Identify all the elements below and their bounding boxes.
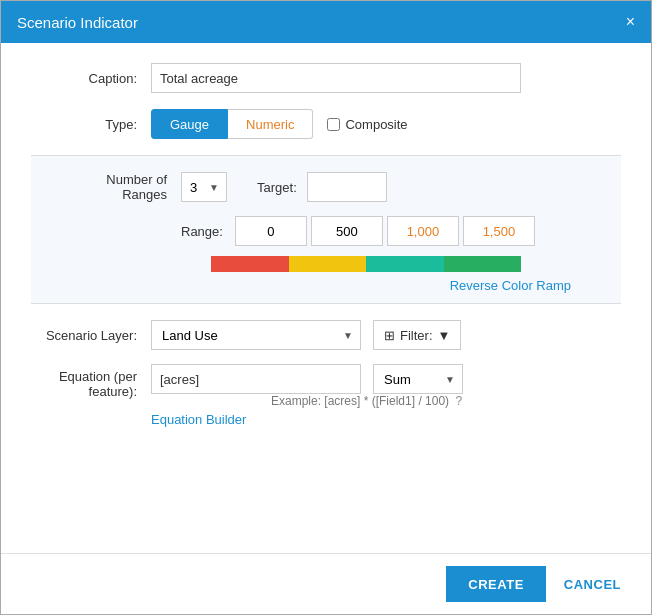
range-inputs-row: Range: (61, 216, 591, 246)
equation-hint-row: Example: [acres] * ([Field1] / 100) ? (271, 394, 463, 408)
color-segment-red (211, 256, 289, 272)
target-input[interactable] (307, 172, 387, 202)
ranges-section: Number of Ranges 3 2 4 5 ▼ Target: (31, 155, 621, 304)
color-segment-yellow (289, 256, 367, 272)
number-of-ranges-select-wrapper: 3 2 4 5 ▼ (181, 172, 227, 202)
help-icon[interactable]: ? (455, 394, 462, 408)
dialog-title: Scenario Indicator (17, 14, 138, 31)
cancel-button[interactable]: CANCEL (554, 566, 631, 602)
number-of-ranges-select[interactable]: 3 2 4 5 (181, 172, 227, 202)
sum-select[interactable]: Sum Average Count (373, 364, 463, 394)
equation-controls: Sum Average Count ▼ Example: [acres] * (… (151, 364, 463, 427)
range-label: Range: (181, 224, 223, 239)
scenario-layer-label: Scenario Layer: (31, 328, 151, 343)
range-section-inner: Number of Ranges 3 2 4 5 ▼ Target: (31, 172, 621, 293)
filter-layers-icon: ⊞ (384, 328, 395, 343)
type-group: Gauge Numeric (151, 109, 313, 139)
reverse-color-ramp-row: Reverse Color Ramp (91, 278, 591, 293)
dialog-header: Scenario Indicator × (1, 1, 651, 43)
scenario-indicator-dialog: Scenario Indicator × Caption: Type: Gaug… (0, 0, 652, 615)
type-label: Type: (31, 117, 151, 132)
filter-dropdown-arrow-icon: ▼ (438, 328, 451, 343)
equation-input[interactable] (151, 364, 361, 394)
equation-input-row: Sum Average Count ▼ (151, 364, 463, 394)
scenario-layer-select-wrapper: Land Use ▼ (151, 320, 361, 350)
range-input-1[interactable] (311, 216, 383, 246)
number-of-ranges-row: Number of Ranges 3 2 4 5 ▼ Target: (61, 172, 591, 202)
numeric-button[interactable]: Numeric (228, 109, 313, 139)
gauge-button[interactable]: Gauge (151, 109, 228, 139)
close-button[interactable]: × (626, 14, 635, 30)
create-button[interactable]: CREATE (446, 566, 545, 602)
filter-label: Filter: (400, 328, 433, 343)
color-segment-green (444, 256, 522, 272)
color-segment-teal (366, 256, 444, 272)
target-label: Target: (257, 180, 297, 195)
range-input-3[interactable] (463, 216, 535, 246)
range-input-2[interactable] (387, 216, 459, 246)
equation-builder-link-container: Equation Builder (151, 412, 463, 427)
caption-label: Caption: (31, 71, 151, 86)
sum-select-wrapper: Sum Average Count ▼ (373, 364, 463, 394)
equation-builder-link[interactable]: Equation Builder (151, 412, 246, 427)
equation-hint-text: Example: [acres] * ([Field1] / 100) (271, 394, 449, 408)
caption-row: Caption: (31, 63, 621, 93)
caption-input[interactable] (151, 63, 521, 93)
type-row: Type: Gauge Numeric Composite (31, 109, 621, 139)
dialog-body: Caption: Type: Gauge Numeric Composite N… (1, 43, 651, 553)
equation-label: Equation (per feature): (31, 364, 151, 399)
range-input-0[interactable] (235, 216, 307, 246)
color-ramp-container: Reverse Color Ramp (61, 256, 591, 293)
composite-checkbox-label[interactable]: Composite (327, 117, 407, 132)
dialog-footer: CREATE CANCEL (1, 553, 651, 614)
reverse-color-ramp-link[interactable]: Reverse Color Ramp (450, 278, 571, 293)
scenario-layer-select[interactable]: Land Use (151, 320, 361, 350)
scenario-layer-row: Scenario Layer: Land Use ▼ ⊞ Filter: ▼ (31, 320, 621, 350)
composite-label-text: Composite (345, 117, 407, 132)
composite-checkbox[interactable] (327, 118, 340, 131)
equation-row: Equation (per feature): Sum Average Coun… (31, 364, 621, 427)
color-ramp (211, 256, 521, 272)
number-of-ranges-label: Number of Ranges (61, 172, 181, 202)
filter-button[interactable]: ⊞ Filter: ▼ (373, 320, 461, 350)
